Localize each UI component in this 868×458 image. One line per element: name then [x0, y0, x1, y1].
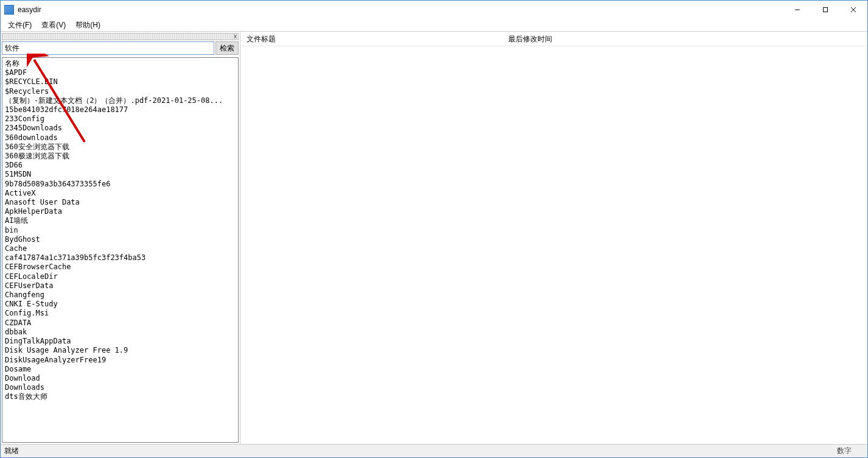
list-item[interactable]: （复制）-新建文本文档（2）（合并）.pdf-2021-01-25-08...: [5, 96, 238, 105]
list-item[interactable]: $Recyclers: [5, 87, 238, 96]
menubar: 文件(F) 查看(V) 帮助(H): [1, 19, 867, 31]
list-item[interactable]: CEFLocaleDir: [5, 272, 238, 281]
column-header-modified[interactable]: 最后修改时间: [503, 33, 649, 46]
statusbar: 就绪 数字: [1, 444, 867, 457]
list-item[interactable]: Anasoft User Data: [5, 198, 238, 207]
list-item[interactable]: BydGhost: [5, 235, 238, 244]
list-item[interactable]: 3D66: [5, 161, 238, 170]
svg-rect-1: [824, 8, 828, 12]
list-item[interactable]: Downloads: [5, 383, 238, 392]
menu-view[interactable]: 查看(V): [38, 19, 69, 32]
list-item[interactable]: $APDF: [5, 68, 238, 77]
search-row: 检索: [2, 41, 239, 55]
list-item[interactable]: Changfeng: [5, 291, 238, 300]
titlebar: easydir: [1, 1, 867, 19]
list-item[interactable]: 360极速浏览器下载: [5, 152, 238, 161]
search-button[interactable]: 检索: [215, 41, 239, 55]
list-item[interactable]: CZDATA: [5, 319, 238, 328]
list-item[interactable]: 360安全浏览器下载: [5, 143, 238, 152]
list-item[interactable]: 15be841032dfc7018e264ae18177: [5, 105, 238, 114]
list-item[interactable]: ActiveX: [5, 189, 238, 198]
minimize-button[interactable]: [783, 1, 811, 19]
list-item[interactable]: 9b78d5089a3b364373355fe6: [5, 180, 238, 189]
status-left: 就绪: [4, 446, 837, 456]
right-body: [242, 46, 866, 443]
list-item[interactable]: Disk Usage Analyzer Free 1.9: [5, 346, 238, 355]
status-right: 数字: [837, 446, 852, 456]
list-item[interactable]: Cache: [5, 244, 238, 253]
list-item[interactable]: Download: [5, 374, 238, 383]
panel-grip-bar[interactable]: x: [2, 33, 239, 40]
list-item[interactable]: caf417874a1c371a39b5fc3f23f4ba53: [5, 253, 238, 262]
list-item[interactable]: 360downloads: [5, 133, 238, 143]
list-item[interactable]: 51MSDN: [5, 170, 238, 179]
window-controls: [783, 1, 867, 19]
list-item[interactable]: dbbak: [5, 328, 238, 337]
list-item[interactable]: Dosame: [5, 365, 238, 374]
menu-help[interactable]: 帮助(H): [72, 19, 104, 32]
right-header: 文件标题 最后修改时间: [242, 33, 866, 46]
list-item[interactable]: DingTalkAppData: [5, 337, 238, 346]
window-title: easydir: [18, 5, 783, 14]
maximize-button[interactable]: [811, 1, 839, 19]
list-item[interactable]: CEFBrowserCache: [5, 262, 238, 272]
list-item[interactable]: AI墙纸: [5, 216, 238, 225]
menu-file[interactable]: 文件(F): [4, 19, 35, 32]
list-item[interactable]: dts音效大师: [5, 392, 238, 401]
list-item[interactable]: 2345Downloads: [5, 124, 238, 133]
right-panel: 文件标题 最后修改时间: [240, 32, 867, 444]
list-item[interactable]: CEFUserData: [5, 281, 238, 291]
list-item[interactable]: ApkHelperData: [5, 207, 238, 216]
list-item[interactable]: 233Config: [5, 114, 238, 124]
close-button[interactable]: [839, 1, 867, 19]
file-list[interactable]: 名称 $APDF$RECYCLE.BIN$Recyclers（复制）-新建文本文…: [2, 57, 239, 443]
app-icon: [4, 5, 14, 15]
left-panel: x 检索 名称 $APDF$RECYCLE.BIN$Recyclers（复制）-…: [1, 32, 240, 444]
list-item[interactable]: CNKI E-Study: [5, 300, 238, 309]
list-header-name[interactable]: 名称: [5, 59, 238, 68]
search-input[interactable]: [2, 41, 214, 55]
content-area: x 检索 名称 $APDF$RECYCLE.BIN$Recyclers（复制）-…: [1, 31, 867, 444]
column-header-title[interactable]: 文件标题: [242, 33, 503, 46]
list-item[interactable]: $RECYCLE.BIN: [5, 77, 238, 86]
panel-close-icon[interactable]: x: [234, 33, 237, 40]
list-item[interactable]: bin: [5, 226, 238, 235]
list-item[interactable]: Config.Msi: [5, 309, 238, 318]
list-item[interactable]: DiskUsageAnalyzerFree19: [5, 356, 238, 365]
